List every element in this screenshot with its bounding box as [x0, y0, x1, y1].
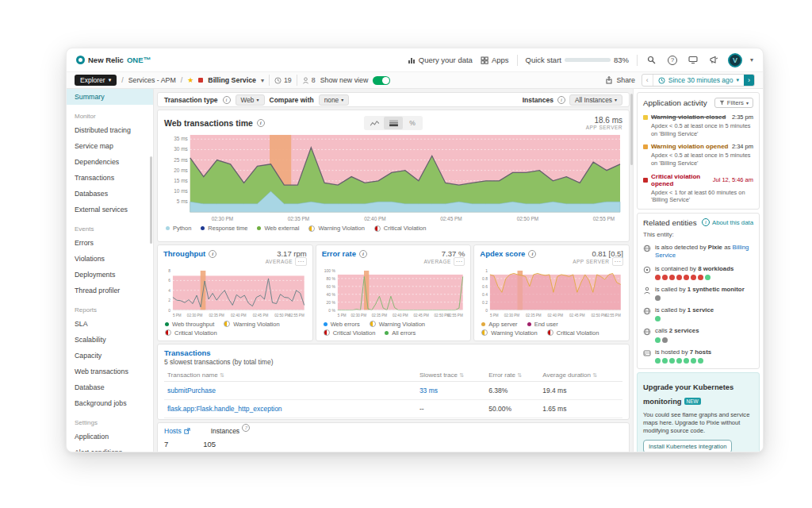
entity-dot-red[interactable]	[662, 275, 668, 280]
info-icon[interactable]: ?	[242, 424, 250, 432]
alert-count[interactable]: 19	[274, 76, 292, 84]
feedback-icon[interactable]	[687, 54, 699, 67]
legend-item-response-time[interactable]: Response time	[201, 225, 247, 232]
breadcrumb-services-apm[interactable]: Services - APM	[128, 76, 176, 84]
entity-dot-gray[interactable]	[655, 295, 661, 301]
legend-item-app-server[interactable]: App server	[481, 321, 517, 328]
chart-menu-button[interactable]: ⋯	[295, 257, 307, 266]
info-icon[interactable]: i	[209, 250, 216, 258]
about-this-data-link[interactable]: i About this data	[702, 218, 753, 226]
apdex-score-chart[interactable]: 00.20.40.60.815 PM02:30 PM02:35 PM02:40 …	[480, 268, 623, 319]
activity-event-warning-open[interactable]: Warning violation opened2:34 pmApdex < 0…	[643, 143, 753, 167]
sidebar-item-databases[interactable]: Databases	[67, 186, 153, 202]
legend-item-critical-violation[interactable]: Critical Violation	[165, 329, 217, 337]
entity-dot-red[interactable]	[691, 275, 696, 280]
hosts-link[interactable]: Hosts	[164, 427, 182, 435]
info-icon[interactable]: i	[528, 250, 536, 258]
legend-item-web-errors[interactable]: Web errors	[324, 321, 360, 328]
legend-item-all-errors[interactable]: All errors	[385, 329, 416, 337]
entity-dot-green[interactable]	[655, 337, 661, 343]
quick-start[interactable]: Quick start 83%	[526, 56, 629, 64]
legend-item-web-throughput[interactable]: Web throughput	[165, 321, 214, 328]
sidebar-scrollbar[interactable]	[150, 156, 152, 244]
chart-menu-button[interactable]: ⋯	[454, 257, 465, 266]
sidebar-item-transactions[interactable]: Transactions	[67, 170, 153, 186]
query-your-data-link[interactable]: Query your data	[408, 56, 473, 64]
chevron-down-icon[interactable]: ▾	[750, 56, 753, 64]
entity-dot-green[interactable]	[655, 358, 661, 364]
legend-item-critical-violation[interactable]: Critical Violation	[374, 225, 427, 232]
sidebar-item-sla[interactable]: SLA	[67, 316, 153, 332]
compare-with-select[interactable]: none▾	[319, 94, 349, 106]
filters-button[interactable]: Filters▾	[714, 98, 753, 108]
trace-link[interactable]: 33 ms	[419, 387, 438, 394]
entity-dot-red[interactable]	[676, 275, 682, 280]
legend-item-end-user[interactable]: End user	[527, 321, 558, 328]
chart-menu-button[interactable]: ⋯	[612, 257, 624, 266]
sidebar-item-deployments[interactable]: Deployments	[67, 267, 153, 283]
legend-item-python[interactable]: Python	[166, 225, 191, 232]
web-transactions-time-chart[interactable]: 5 ms10 ms15 ms20 ms25 ms30 ms35 ms02:30 …	[164, 132, 622, 223]
time-range-button[interactable]: Since 30 minutes ago ▾	[653, 75, 744, 86]
chart-title-apdex-score[interactable]: Apdex scorei	[480, 249, 536, 258]
sidebar-item-dependencies[interactable]: Dependencies	[67, 154, 153, 170]
percent-icon[interactable]: %	[403, 117, 422, 129]
legend-item-critical-violation[interactable]: Critical Violation	[324, 329, 376, 337]
show-new-view-toggle[interactable]	[373, 76, 390, 85]
info-icon[interactable]: i	[223, 96, 231, 104]
chart-title-throughput[interactable]: Throughputi	[163, 249, 216, 258]
apps-link[interactable]: Apps	[481, 56, 509, 64]
sidebar-item-capacity[interactable]: Capacity	[67, 348, 153, 364]
entity-dot-green[interactable]	[684, 358, 689, 364]
column-header-transaction-name[interactable]: Transaction name ⇅	[164, 369, 416, 382]
sidebar-item-summary[interactable]: Summary	[67, 89, 153, 105]
legend-item-warning-violation[interactable]: Warning Violation	[224, 321, 279, 328]
sidebar-item-errors[interactable]: Errors	[67, 235, 153, 251]
error-rate-chart[interactable]: 0 %20 %40 %60 %80 %100 %5 PM02:30 PM02:3…	[322, 268, 465, 319]
time-back-button[interactable]: ‹	[642, 75, 653, 86]
stacked-chart-icon[interactable]	[384, 117, 403, 129]
column-header-average-duration[interactable]: Average duration ⇅	[539, 369, 622, 382]
transaction-link[interactable]: flask.app:Flask.handle_http_exception	[167, 405, 282, 413]
sidebar-item-background-jobs[interactable]: Background jobs	[67, 395, 153, 411]
legend-item-critical-violation[interactable]: Critical Violation	[547, 329, 599, 337]
line-chart-icon[interactable]	[365, 117, 384, 129]
sidebar-item-alert-conditions[interactable]: Alert conditions	[67, 444, 153, 452]
sidebar-item-database[interactable]: Database	[67, 379, 153, 395]
user-avatar[interactable]: V	[728, 53, 742, 67]
legend-item-warning-violation[interactable]: Warning Violation	[370, 321, 425, 328]
install-kubernetes-integration-button[interactable]: Install Kubernetes integration	[643, 440, 732, 452]
transaction-link[interactable]: submitPurchase	[167, 387, 216, 394]
sidebar-item-violations[interactable]: Violations	[67, 251, 153, 267]
info-icon[interactable]: i	[257, 119, 265, 127]
favorite-star-icon[interactable]: ★	[187, 76, 193, 84]
legend-item-warning-violation[interactable]: Warning Violation	[308, 225, 364, 232]
sidebar-item-web-transactions[interactable]: Web transactions	[67, 364, 153, 379]
chart-title-error-rate[interactable]: Error ratei	[322, 249, 367, 258]
sidebar-item-thread-profiler[interactable]: Thread profiler	[67, 283, 153, 298]
entity-dot-red[interactable]	[655, 275, 661, 280]
info-icon[interactable]: i	[359, 250, 367, 258]
sidebar-item-application[interactable]: Application	[67, 429, 153, 444]
activity-event-warning-closed[interactable]: Warning violation closed2:35 pmApdex < 0…	[643, 114, 753, 137]
main-scrollbar[interactable]	[630, 94, 633, 165]
instances-select[interactable]: All Instances▾	[569, 94, 622, 106]
column-header-error-rate[interactable]: Error rate ⇅	[485, 369, 539, 382]
time-forward-button[interactable]: ›	[744, 75, 754, 86]
entity-dot-green[interactable]	[698, 358, 703, 364]
entity-dot-green[interactable]	[676, 358, 682, 364]
sidebar-item-distributed-tracing[interactable]: Distributed tracing	[67, 122, 153, 138]
help-icon[interactable]: ?	[666, 54, 679, 67]
sidebar-item-service-map[interactable]: Service map	[67, 138, 153, 154]
entity-dot-green[interactable]	[691, 358, 696, 364]
search-icon[interactable]	[645, 54, 658, 67]
new-relic-logo[interactable]: New Relic ONE™	[76, 56, 151, 64]
sidebar-item-external-services[interactable]: External services	[67, 202, 153, 217]
entity-dot-gray[interactable]	[662, 337, 668, 343]
throughput-chart[interactable]: 024685 PM02:30 PM02:35 PM02:40 PM02:45 P…	[163, 268, 307, 319]
legend-item-warning-violation[interactable]: Warning Violation	[481, 329, 537, 337]
entity-dot-green[interactable]	[655, 316, 661, 321]
entity-dot-red[interactable]	[684, 275, 689, 280]
sidebar-item-scalability[interactable]: Scalability	[67, 332, 153, 348]
announcement-icon[interactable]	[707, 54, 720, 67]
